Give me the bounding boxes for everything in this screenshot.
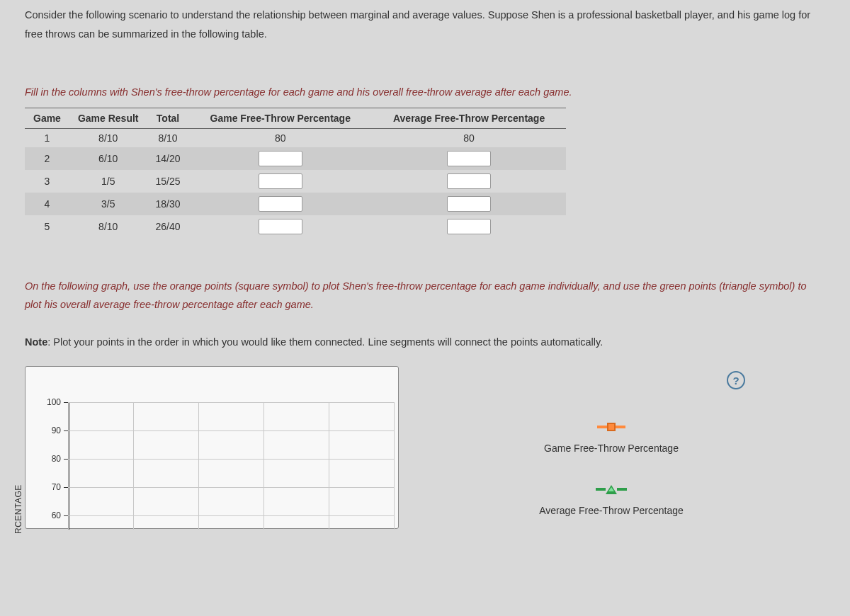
note-text: : Plot your points in the order in which… — [47, 336, 603, 348]
legend-label: Average Free-Throw Percentage — [502, 505, 721, 516]
note-label: Note — [25, 336, 47, 348]
game-pct-input[interactable] — [259, 196, 302, 212]
cell-game: 1 — [25, 128, 69, 147]
triangle-line-icon — [617, 488, 627, 491]
intro-text: Consider the following scenario to under… — [25, 6, 825, 44]
cell-game: 5 — [25, 215, 69, 238]
cell-game: 4 — [25, 193, 69, 215]
cell-total: 8/10 — [147, 128, 189, 147]
cell-result: 8/10 — [69, 215, 147, 238]
y-tick: 80 — [40, 454, 61, 464]
y-tick: 60 — [40, 511, 61, 520]
cell-game: 2 — [25, 147, 69, 170]
graph-canvas[interactable]: ? RCENTAGE 100 90 80 70 60 — [25, 366, 399, 529]
game-pct-input[interactable] — [259, 151, 302, 166]
y-tick: 70 — [40, 482, 61, 492]
legend: Game Free-Throw Percentage Average Free-… — [502, 421, 721, 546]
table-row: 4 3/5 18/30 — [25, 193, 566, 215]
legend-series-average[interactable]: Average Free-Throw Percentage — [502, 484, 721, 516]
cell-game-pct: 80 — [189, 128, 372, 147]
cell-game: 3 — [25, 170, 69, 193]
cell-result: 6/10 — [69, 147, 147, 170]
avg-pct-input[interactable] — [447, 173, 491, 189]
cell-total: 14/20 — [147, 147, 189, 170]
legend-label: Game Free-Throw Percentage — [502, 443, 721, 454]
legend-series-game[interactable]: Game Free-Throw Percentage — [502, 421, 721, 454]
cell-result: 8/10 — [69, 128, 147, 147]
plot-note: Note: Plot your points in the order in w… — [25, 333, 825, 352]
col-avg-pct: Average Free-Throw Percentage — [372, 108, 566, 128]
free-throw-table: Game Game Result Total Game Free-Throw P… — [25, 108, 566, 238]
table-row: 1 8/10 8/10 80 80 — [25, 128, 566, 147]
cell-result: 1/5 — [69, 170, 147, 193]
square-icon — [607, 423, 616, 431]
col-game: Game — [25, 108, 69, 128]
avg-pct-input[interactable] — [447, 219, 491, 234]
col-result: Game Result — [69, 108, 147, 128]
table-instruction: Fill in the columns with Shen's free-thr… — [25, 86, 825, 98]
y-tick: 100 — [40, 397, 61, 407]
table-row: 2 6/10 14/20 — [25, 147, 566, 170]
cell-total: 26/40 — [147, 215, 189, 238]
cell-avg-pct: 80 — [372, 128, 566, 147]
avg-pct-input[interactable] — [447, 151, 491, 166]
avg-pct-input[interactable] — [447, 196, 491, 212]
triangle-icon — [606, 485, 617, 494]
graph-instruction: On the following graph, use the orange p… — [25, 277, 825, 315]
help-button[interactable]: ? — [727, 371, 745, 389]
game-pct-input[interactable] — [259, 219, 302, 234]
game-pct-input[interactable] — [259, 173, 302, 189]
cell-result: 3/5 — [69, 193, 147, 215]
col-total: Total — [147, 108, 189, 128]
table-row: 3 1/5 15/25 — [25, 170, 566, 193]
cell-total: 15/25 — [147, 170, 189, 193]
square-line-icon — [597, 426, 607, 428]
table-row: 5 8/10 26/40 — [25, 215, 566, 238]
triangle-line-icon — [596, 488, 606, 491]
col-game-pct: Game Free-Throw Percentage — [189, 108, 372, 128]
y-axis-label: RCENTAGE — [13, 484, 23, 534]
cell-total: 18/30 — [147, 193, 189, 215]
y-tick: 90 — [40, 426, 61, 435]
square-line-icon — [616, 426, 625, 428]
